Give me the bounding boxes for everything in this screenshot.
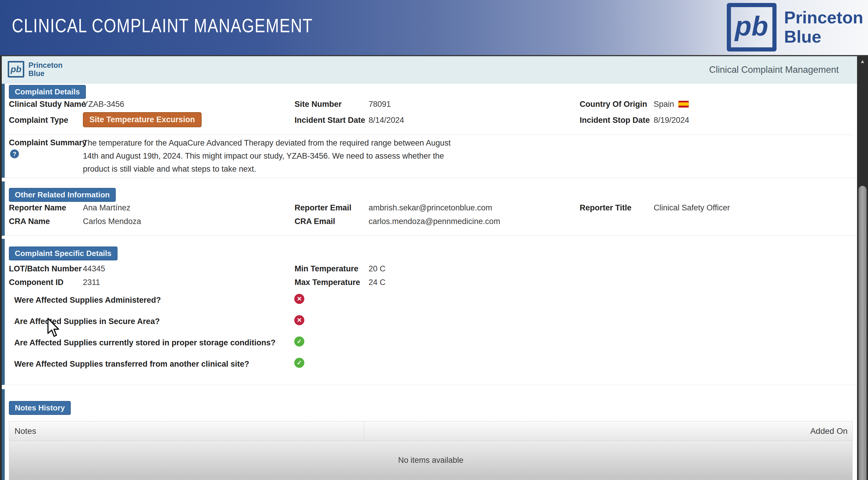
lot-batch-number-value: 44345 [83,264,105,274]
max-temperature-label: Max Temperature [294,278,360,287]
section-divider [9,135,853,135]
app-logo-word-line1: Princeton [28,61,62,69]
country-of-origin-value: Spain [654,100,689,109]
lot-batch-number-label: LOT/Batch Number [9,264,82,274]
notes-history-section: Notes History Notes Added On No items av… [2,389,857,480]
app-pb-monogram-icon: pb [11,64,22,74]
clinical-study-name-label: Clinical Study Name [9,100,86,109]
spain-flag-icon [678,101,689,108]
incident-start-date-value: 8/14/2024 [369,116,404,125]
notes-table-body: No items available [9,441,852,480]
answer-no-icon: ✕ [294,315,304,325]
answer-no-icon: ✕ [294,294,304,304]
complaint-type-badge: Site Temperature Excursion [83,112,202,127]
app-header: pb Princeton Blue Clinical Complaint Man… [2,56,857,84]
clinical-study-name-value: YZAB-3456 [83,100,124,109]
complaint-specific-details-section: Complaint Specific Details LOT/Batch Num… [2,239,857,385]
min-temperature-label: Min Temperature [294,264,359,274]
notes-history-header: Notes History [9,401,71,415]
pb-monogram-icon: pb [735,11,768,42]
question-supplies-proper-storage: Are Affected Supplies currently stored i… [14,338,276,347]
reporter-name-value: Ana Martínez [83,203,130,213]
max-temperature-value: 24 C [369,278,385,287]
notes-column-header[interactable]: Notes [9,421,364,441]
app-title: Clinical Complaint Management [709,65,839,75]
reporter-title-value: Clinical Safety Officer [654,203,730,213]
answer-yes-icon: ✓ [294,358,304,368]
app-window: pb Princeton Blue Clinical Complaint Man… [0,55,868,480]
cra-email-value: carlos.mendoza@pennmedicine.com [369,217,500,226]
other-related-information-section: Other Related Information Reporter Name … [2,182,857,236]
component-id-label: Component ID [9,278,63,287]
banner-title: CLINICAL COMPLAINT MANAGEMENT [12,15,313,37]
complaint-details-header: Complaint Details [9,85,86,99]
other-related-information-header: Other Related Information [9,188,116,202]
help-icon[interactable]: ? [10,150,19,158]
question-supplies-transferred: Were Affected Supplies transferred from … [14,359,249,369]
reporter-email-value: ambrish.sekar@princetonblue.com [369,203,492,213]
reporter-email-label: Reporter Email [294,203,351,213]
scrollbar-thumb[interactable] [859,186,867,480]
vertical-scrollbar[interactable]: ▲ [857,56,868,480]
site-number-label: Site Number [294,100,342,109]
notes-table-header: Notes Added On [9,421,852,441]
complaint-summary-value: The temperature for the AquaCure Advance… [83,136,459,175]
question-supplies-secure-area: Are Affected Supplies in Secure Area? [14,317,160,326]
logo-box-icon: pb [727,3,777,52]
added-on-column-header[interactable]: Added On [364,421,852,441]
princeton-blue-logo: pb Princeton Blue [727,3,864,52]
country-of-origin-label: Country Of Origin [580,100,647,109]
incident-start-date-label: Incident Start Date [294,116,365,125]
cra-name-value: Carlos Mendoza [83,217,141,226]
logo-word-line2: Blue [784,27,864,46]
complaint-specific-details-header: Complaint Specific Details [9,247,118,260]
notes-table: Notes Added On No items available [9,421,852,480]
reporter-name-label: Reporter Name [9,203,66,213]
app-logo-box-icon: pb [8,61,24,77]
app-logo: pb Princeton Blue [8,61,62,77]
answer-yes-icon: ✓ [294,337,304,347]
empty-table-message: No items available [398,456,464,465]
complaint-details-section: Complaint Details Clinical Study Name YZ… [2,84,857,178]
reporter-title-label: Reporter Title [580,203,631,213]
app-logo-word-line2: Blue [28,69,62,77]
logo-word-line1: Princeton [784,8,864,27]
incident-stop-date-label: Incident Stop Date [580,116,650,125]
question-supplies-administered: Were Affected Supplies Administered? [14,296,161,305]
site-number-value: 78091 [369,100,391,109]
min-temperature-value: 20 C [369,264,385,274]
top-banner: CLINICAL COMPLAINT MANAGEMENT pb Princet… [0,0,868,55]
complaint-summary-label: Complaint Summary [9,138,87,148]
component-id-value: 2311 [83,278,100,287]
app-logo-wordmark: Princeton Blue [28,61,62,77]
complaint-type-label: Complaint Type [9,116,68,125]
scroll-up-arrow-icon[interactable]: ▲ [857,58,868,65]
country-name: Spain [654,100,674,108]
cra-name-label: CRA Name [9,217,50,226]
cra-email-label: CRA Email [294,217,335,226]
incident-stop-date-value: 8/19/2024 [654,116,689,125]
logo-wordmark: Princeton Blue [784,8,864,46]
